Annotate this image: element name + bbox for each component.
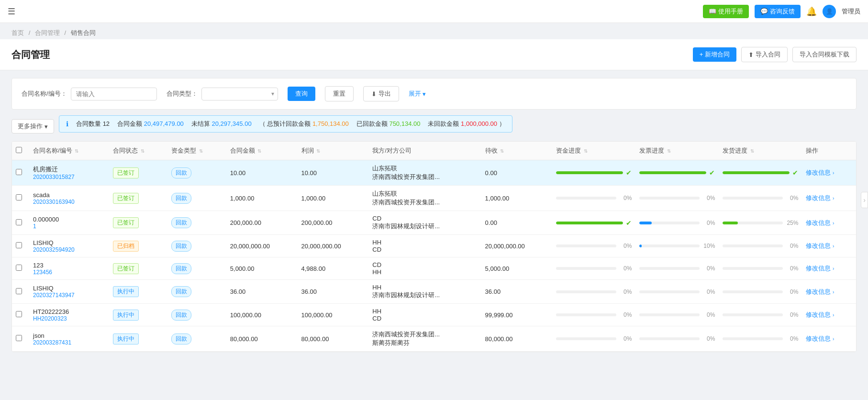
contract-no[interactable]: HH20200323 (33, 315, 105, 322)
row-amount-cell: 100,000.00 (226, 304, 298, 326)
breadcrumb-home[interactable]: 首页 (11, 29, 24, 36)
action-chevron-icon[interactable]: › (833, 244, 834, 249)
our-company: 山东拓联 (372, 164, 477, 173)
fund-type-badge: 回款 (171, 333, 191, 344)
more-actions-button[interactable]: 更多操作 ▾ (11, 119, 54, 133)
reset-button[interactable]: 重置 (325, 86, 354, 101)
help-button[interactable]: 📖 使用手册 (703, 5, 749, 18)
row-fund-progress-cell: ✔ (552, 160, 635, 186)
row-company-cell: CD 济南市园林规划设计研... (368, 211, 481, 235)
action-chevron-icon[interactable]: › (833, 266, 834, 271)
download-template-button[interactable]: 导入合同模板下载 (792, 47, 857, 62)
chevron-down-icon: ▾ (423, 90, 426, 98)
contract-no[interactable]: 2020032594920 (33, 246, 105, 253)
action-chevron-icon[interactable]: › (833, 312, 834, 318)
contract-no[interactable]: 2020330163940 (33, 199, 105, 205)
table-wrap: 合同名称/编号 ⇅ 合同状态 ⇅ 资金类型 ⇅ 合同金额 ⇅ 利润 ⇅ (11, 141, 857, 352)
row-checkbox[interactable] (16, 335, 22, 341)
edit-action-link[interactable]: 修改信息 (806, 194, 831, 201)
row-checkbox[interactable] (16, 219, 22, 225)
row-checkbox[interactable] (16, 265, 22, 271)
progress-cell: 0% (723, 265, 798, 272)
row-checkbox-cell (12, 304, 29, 326)
status-badge: 执行中 (113, 286, 139, 297)
progress-text: 0% (701, 195, 715, 201)
filter-name: 合同名称/编号： (22, 88, 157, 100)
contract-no[interactable]: 2020033015827 (33, 174, 105, 180)
edit-action-link[interactable]: 修改信息 (806, 265, 831, 272)
progress-text: 0% (618, 243, 632, 249)
page-title: 合同管理 (11, 48, 50, 61)
row-checkbox[interactable] (16, 311, 22, 317)
select-all-checkbox[interactable] (16, 147, 22, 153)
breadcrumb-contract[interactable]: 合同管理 (35, 29, 60, 36)
contracts-table: 合同名称/编号 ⇅ 合同状态 ⇅ 资金类型 ⇅ 合同金额 ⇅ 利润 ⇅ (12, 142, 856, 352)
table-row: scada 2020330163940 已签订 回款 1,000.00 1,00… (12, 186, 856, 211)
scroll-right-indicator[interactable]: › (861, 192, 868, 208)
row-status-cell: 已归档 (109, 235, 167, 257)
action-chevron-icon[interactable]: › (833, 221, 834, 226)
expand-button[interactable]: 展开 ▾ (409, 89, 426, 98)
progress-cell: 0% (639, 265, 715, 272)
feedback-button[interactable]: 💬 咨询反馈 (755, 5, 801, 18)
progress-check-icon: ✔ (792, 169, 798, 177)
export-button[interactable]: ⬇ 导出 (363, 86, 399, 101)
notification-bell-icon[interactable]: 🔔 (806, 6, 817, 17)
edit-action-link[interactable]: 修改信息 (806, 219, 831, 226)
action-chevron-icon[interactable]: › (833, 336, 834, 342)
contract-type-select[interactable] (201, 88, 278, 100)
breadcrumb-sep1: / (29, 29, 31, 36)
col-status: 合同状态 ⇅ (109, 142, 167, 160)
progress-fill (556, 171, 623, 174)
row-profit-cell: 100,000.00 (298, 304, 369, 326)
col-action: 操作 (802, 142, 856, 160)
row-checkbox[interactable] (16, 194, 22, 200)
row-amount-cell: 80,000.00 (226, 326, 298, 352)
progress-fill (723, 222, 738, 224)
contract-name: LISHIQ (33, 239, 105, 246)
progress-text: 0% (701, 335, 715, 342)
action-chevron-icon[interactable]: › (833, 289, 834, 295)
contract-name: 0.000000 (33, 216, 105, 223)
row-checkbox[interactable] (16, 169, 22, 175)
sort-icon: ⇅ (500, 148, 504, 154)
row-checkbox[interactable] (16, 242, 22, 248)
edit-action-link[interactable]: 修改信息 (806, 335, 831, 342)
row-action-cell: 修改信息 › (802, 235, 856, 257)
contract-no[interactable]: 123456 (33, 269, 105, 276)
contract-no[interactable]: 2020327143947 (33, 292, 105, 299)
row-amount-cell: 200,000.00 (226, 211, 298, 235)
progress-cell: 0% (639, 311, 715, 318)
contract-no[interactable]: 1 (33, 223, 105, 230)
filter-type-label: 合同类型： (167, 89, 198, 98)
table-row: 0.000000 1 已签订 回款 200,000.00 200,000.00 … (12, 211, 856, 235)
our-company: HH (372, 239, 477, 246)
action-chevron-icon[interactable]: › (833, 170, 834, 176)
row-pending-cell: 36.00 (481, 280, 553, 304)
edit-action-link[interactable]: 修改信息 (806, 311, 831, 318)
import-contract-button[interactable]: ⬆ 导入合同 (741, 47, 788, 62)
edit-action-link[interactable]: 修改信息 (806, 242, 831, 249)
search-input[interactable] (71, 88, 157, 100)
row-checkbox[interactable] (16, 288, 22, 294)
avatar[interactable]: 👤 (823, 5, 836, 18)
edit-action-link[interactable]: 修改信息 (806, 288, 831, 295)
fund-type-badge: 回款 (171, 241, 191, 252)
filter-name-label: 合同名称/编号： (22, 89, 67, 98)
book-icon: 📖 (709, 8, 716, 15)
admin-name[interactable]: 管理员 (842, 7, 860, 16)
edit-action-link[interactable]: 修改信息 (806, 169, 831, 176)
progress-bar (723, 337, 783, 340)
row-ship-progress-cell: 25% (719, 211, 802, 235)
col-ship-progress: 发货进度 ⇅ (719, 142, 802, 160)
progress-cell: ✔ (723, 169, 798, 177)
menu-icon[interactable]: ☰ (8, 6, 15, 17)
action-chevron-icon[interactable]: › (833, 196, 834, 201)
progress-bar (556, 197, 616, 200)
query-button[interactable]: 查询 (288, 87, 315, 101)
add-contract-button[interactable]: + 新增合同 (693, 47, 736, 62)
progress-bar (556, 337, 616, 340)
contract-no[interactable]: 202003287431 (33, 339, 105, 346)
progress-cell: 10% (639, 243, 715, 249)
their-company: CD (372, 246, 477, 253)
